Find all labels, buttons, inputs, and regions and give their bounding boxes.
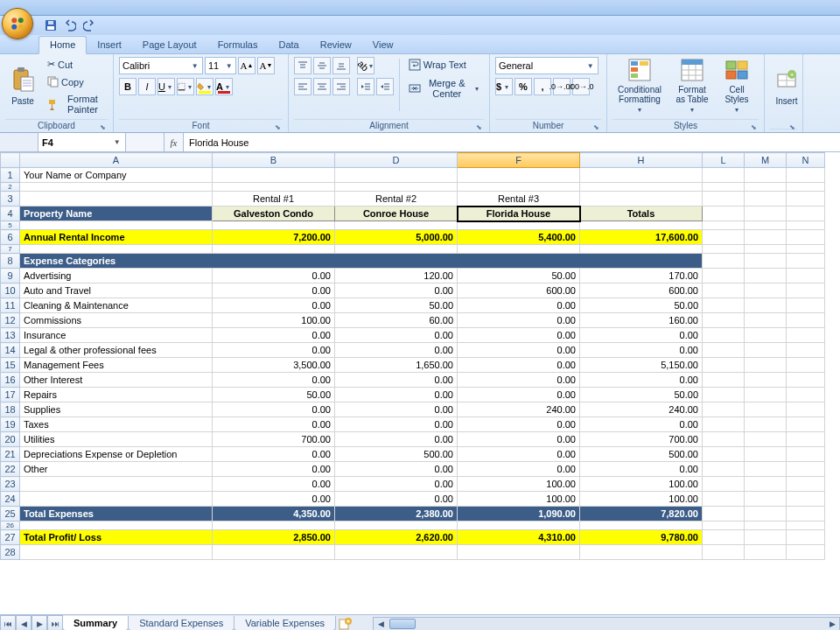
cell[interactable]: [787, 545, 825, 560]
cell-styles-button[interactable]: Cell Styles▾: [718, 57, 756, 115]
cell[interactable]: 0.00: [335, 373, 458, 388]
tab-insert[interactable]: Insert: [87, 37, 132, 53]
cell[interactable]: Management Fees: [20, 358, 213, 373]
cell[interactable]: [703, 477, 745, 492]
chevron-down-icon[interactable]: ▼: [585, 62, 595, 70]
cell[interactable]: Expense Categories: [20, 254, 703, 269]
next-sheet-button[interactable]: ▶: [32, 615, 47, 630]
cell[interactable]: 0.00: [458, 313, 580, 328]
row-header[interactable]: 13: [1, 328, 20, 343]
cell[interactable]: [745, 313, 787, 328]
shrink-font-button[interactable]: A▼: [257, 57, 275, 74]
cell[interactable]: 50.00: [580, 298, 703, 313]
cell[interactable]: [703, 343, 745, 358]
cell[interactable]: [20, 192, 213, 206]
cell[interactable]: [787, 230, 825, 245]
undo-icon[interactable]: [63, 18, 77, 32]
cell[interactable]: [335, 168, 458, 183]
row-header[interactable]: 9: [1, 269, 20, 284]
cell[interactable]: [745, 462, 787, 477]
cell[interactable]: [745, 230, 787, 245]
cell[interactable]: [335, 183, 458, 192]
fx-button[interactable]: fx: [164, 133, 184, 151]
cell[interactable]: [458, 168, 580, 183]
cell[interactable]: Total Expenses: [20, 507, 213, 522]
cell[interactable]: [787, 373, 825, 388]
cell[interactable]: 100.00: [580, 492, 703, 507]
column-header[interactable]: D: [335, 153, 458, 168]
cell[interactable]: [787, 492, 825, 507]
cell[interactable]: 120.00: [335, 269, 458, 284]
cell[interactable]: Galveston Condo: [213, 206, 335, 221]
cell[interactable]: Rental #1: [213, 192, 335, 206]
cell[interactable]: 160.00: [580, 313, 703, 328]
row-header[interactable]: 5: [1, 221, 20, 230]
align-bottom-button[interactable]: [332, 57, 350, 74]
cell[interactable]: [703, 206, 745, 221]
row-header[interactable]: 1: [1, 168, 20, 183]
row-header[interactable]: 28: [1, 545, 20, 560]
cell[interactable]: 7,820.00: [580, 507, 703, 522]
cell[interactable]: [703, 168, 745, 183]
cell[interactable]: [745, 507, 787, 522]
cell[interactable]: Property Name: [20, 206, 213, 221]
prev-sheet-button[interactable]: ◀: [16, 615, 32, 630]
orientation-button[interactable]: ab▾: [357, 57, 374, 74]
cell[interactable]: [335, 245, 458, 254]
sheet-tab[interactable]: Standard Expenses: [128, 616, 234, 630]
format-as-table-button[interactable]: Format as Table▾: [670, 57, 714, 115]
tab-review[interactable]: Review: [310, 37, 362, 53]
cell[interactable]: 9,780.00: [580, 530, 703, 545]
cell[interactable]: Totals: [580, 206, 703, 221]
cell[interactable]: [703, 373, 745, 388]
align-center-button[interactable]: [313, 78, 331, 95]
row-header[interactable]: 19: [1, 417, 20, 432]
cell[interactable]: 50.00: [580, 388, 703, 402]
font-color-button[interactable]: A▾: [215, 78, 233, 95]
row-header[interactable]: 26: [1, 522, 20, 530]
cell[interactable]: 0.00: [213, 343, 335, 358]
cell[interactable]: 60.00: [335, 313, 458, 328]
scroll-right-button[interactable]: ▶: [825, 620, 839, 628]
cell[interactable]: [458, 221, 580, 230]
cell[interactable]: 0.00: [213, 417, 335, 432]
decrease-decimal-button[interactable]: .00→.0: [572, 78, 590, 95]
cell[interactable]: 0.00: [213, 447, 335, 462]
cell[interactable]: 0.00: [335, 388, 458, 402]
cell[interactable]: 0.00: [458, 343, 580, 358]
cell[interactable]: 0.00: [335, 402, 458, 417]
row-header[interactable]: 14: [1, 343, 20, 358]
cell[interactable]: [745, 298, 787, 313]
cell[interactable]: 100.00: [580, 477, 703, 492]
wrap-text-button[interactable]: Wrap Text: [405, 57, 484, 73]
row-header[interactable]: 18: [1, 402, 20, 417]
cell[interactable]: [20, 522, 213, 530]
cell[interactable]: [703, 230, 745, 245]
column-header[interactable]: M: [745, 153, 787, 168]
cell[interactable]: [745, 254, 787, 269]
column-header[interactable]: F: [458, 153, 580, 168]
accounting-format-button[interactable]: $▾: [495, 78, 513, 95]
cell[interactable]: 0.00: [458, 447, 580, 462]
cell[interactable]: [787, 417, 825, 432]
cell[interactable]: 0.00: [213, 492, 335, 507]
tab-data[interactable]: Data: [268, 37, 309, 53]
cell[interactable]: [20, 545, 213, 560]
cell[interactable]: 0.00: [213, 298, 335, 313]
cell[interactable]: 0.00: [213, 284, 335, 298]
row-header[interactable]: 21: [1, 447, 20, 462]
cell[interactable]: [787, 328, 825, 343]
cell[interactable]: [703, 447, 745, 462]
cell[interactable]: [703, 221, 745, 230]
cell[interactable]: 2,620.00: [335, 530, 458, 545]
cell[interactable]: [703, 358, 745, 373]
cell[interactable]: 0.00: [458, 462, 580, 477]
cell[interactable]: 7,200.00: [213, 230, 335, 245]
save-icon[interactable]: [44, 18, 58, 32]
cell[interactable]: [787, 206, 825, 221]
cell[interactable]: [213, 522, 335, 530]
cell[interactable]: 0.00: [580, 328, 703, 343]
cell[interactable]: 500.00: [335, 447, 458, 462]
cell[interactable]: [703, 522, 745, 530]
merge-center-button[interactable]: Merge & Center▾: [405, 76, 484, 101]
